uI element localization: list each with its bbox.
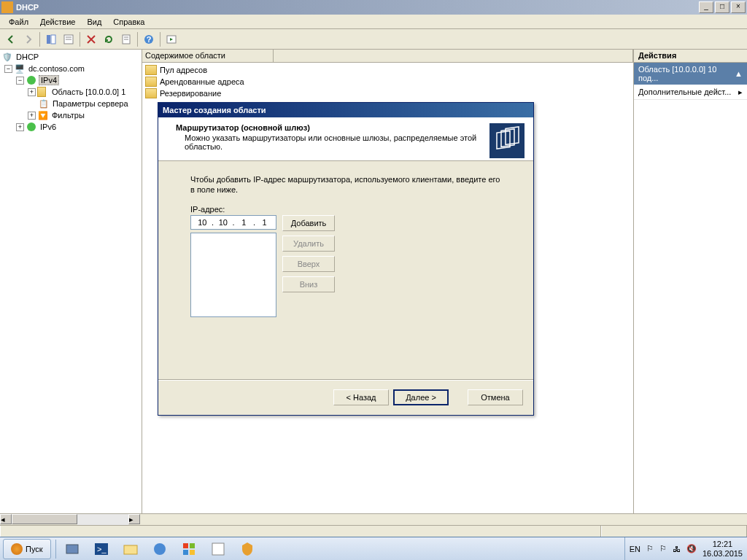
help-button[interactable]: ? bbox=[141, 31, 157, 47]
actions-more[interactable]: Дополнительные дейст... ▸ bbox=[634, 85, 747, 100]
tree-ipv4[interactable]: − IPv4 bbox=[1, 74, 140, 86]
tree-server[interactable]: − 🖥️ dc.contoso.com bbox=[1, 63, 140, 74]
tree-hscrollbar[interactable]: ◂ ▸ bbox=[0, 513, 747, 525]
tree-ipv4-label: IPv4 bbox=[39, 75, 59, 85]
ip-dot: . bbox=[212, 218, 214, 227]
svg-rect-20 bbox=[190, 543, 195, 548]
ip-dot: . bbox=[253, 218, 255, 227]
down-button[interactable]: Вниз bbox=[282, 276, 335, 292]
start-label: Пуск bbox=[26, 545, 43, 553]
taskbar: Пуск >_ EN ⚐ ⚐ 🖧 🔇 12:21 16.03.2015 bbox=[0, 537, 747, 560]
svg-rect-17 bbox=[124, 545, 137, 554]
add-button[interactable]: Добавить bbox=[282, 215, 335, 231]
list-item[interactable]: Арендованные адреса bbox=[144, 76, 632, 88]
back-button[interactable]: < Назад bbox=[333, 389, 389, 405]
list-item[interactable]: Резервирование bbox=[144, 88, 632, 99]
collapse-icon[interactable]: − bbox=[16, 77, 24, 85]
tray-icon[interactable]: ⚐ bbox=[659, 544, 667, 553]
clock-time: 12:21 bbox=[703, 540, 743, 549]
menu-action[interactable]: Действие bbox=[34, 16, 81, 28]
menu-view[interactable]: Вид bbox=[81, 16, 107, 28]
clock[interactable]: 12:21 16.03.2015 bbox=[703, 540, 743, 559]
tree-server-params[interactable]: 📋 Параметры сервера bbox=[1, 98, 140, 109]
menu-help[interactable]: Справка bbox=[107, 16, 150, 28]
expand-icon[interactable]: + bbox=[28, 112, 36, 120]
ip-address-input[interactable]: . . . bbox=[190, 215, 276, 230]
back-button[interactable] bbox=[3, 31, 19, 47]
toolbar-separator bbox=[137, 32, 138, 47]
wizard-titlebar[interactable]: Мастер создания области bbox=[158, 103, 533, 117]
folder-icon bbox=[37, 86, 49, 98]
forward-button[interactable] bbox=[20, 31, 36, 47]
toolbar-separator bbox=[80, 32, 80, 47]
wizard-header-title: Маршрутизатор (основной шлюз) bbox=[167, 123, 489, 132]
tree-scope[interactable]: + Область [10.0.0.0] 1 bbox=[1, 86, 140, 98]
list-item[interactable]: Пул адресов bbox=[144, 64, 632, 76]
network-icon[interactable]: 🖧 bbox=[673, 545, 681, 553]
start-button[interactable]: Пуск bbox=[3, 539, 51, 559]
minimize-button[interactable]: _ bbox=[699, 1, 713, 13]
tree[interactable]: 🛡️ DHCP − 🖥️ dc.contoso.com − IPv4 + Обл… bbox=[0, 50, 142, 134]
task-app[interactable] bbox=[145, 539, 174, 559]
language-indicator[interactable]: EN bbox=[630, 545, 640, 553]
next-button[interactable]: Далее > bbox=[393, 389, 449, 405]
ip-octet-1[interactable] bbox=[195, 218, 209, 227]
remove-button[interactable]: Удалить bbox=[282, 236, 335, 252]
system-tray: EN ⚐ ⚐ 🖧 🔇 12:21 16.03.2015 bbox=[624, 537, 747, 560]
task-dhcp[interactable] bbox=[233, 539, 262, 559]
tree-ipv6-label: IPv6 bbox=[39, 122, 58, 131]
delete-button[interactable] bbox=[83, 31, 99, 47]
task-server-manager[interactable] bbox=[58, 539, 87, 559]
export-button[interactable] bbox=[118, 31, 134, 47]
start-orb-icon bbox=[11, 543, 23, 555]
ip-list[interactable] bbox=[190, 233, 276, 317]
tree-root[interactable]: 🛡️ DHCP bbox=[1, 51, 140, 63]
up-button[interactable]: Вверх bbox=[282, 256, 335, 272]
scroll-left-button[interactable]: ◂ bbox=[0, 514, 12, 524]
ip-column: . . . bbox=[190, 215, 276, 317]
content-list[interactable]: Пул адресов Арендованные адреса Резервир… bbox=[142, 63, 633, 101]
list-item-label: Арендованные адреса bbox=[160, 77, 244, 86]
actions-scope[interactable]: Область [10.0.0.0] 10 под... ▲ bbox=[634, 63, 747, 85]
svg-text:?: ? bbox=[147, 35, 152, 44]
ip-octet-3[interactable] bbox=[236, 218, 251, 227]
cancel-button[interactable]: Отмена bbox=[468, 389, 523, 405]
volume-icon[interactable]: 🔇 bbox=[686, 544, 697, 553]
actions-scope-label: Область [10.0.0.0] 10 под... bbox=[638, 65, 735, 82]
svg-rect-19 bbox=[183, 543, 188, 548]
wizard-instruction: Чтобы добавить IP-адрес маршрутизатора, … bbox=[190, 174, 501, 195]
actions-header: Действия bbox=[634, 50, 747, 63]
expand-icon[interactable]: + bbox=[16, 123, 24, 131]
scroll-thumb[interactable] bbox=[12, 514, 77, 524]
task-powershell[interactable]: >_ bbox=[87, 539, 116, 559]
ip-octet-4[interactable] bbox=[258, 218, 272, 227]
expand-icon[interactable]: + bbox=[28, 88, 36, 96]
content-header-label[interactable]: Содержимое области bbox=[142, 50, 274, 62]
menu-file[interactable]: Файл bbox=[3, 16, 34, 28]
scroll-right-button[interactable]: ▸ bbox=[128, 514, 140, 524]
taskbar-separator bbox=[55, 540, 56, 559]
properties-button[interactable] bbox=[61, 31, 77, 47]
tree-ipv6[interactable]: + IPv6 bbox=[1, 121, 140, 133]
folder-icon bbox=[145, 77, 157, 87]
ip-octet-2[interactable] bbox=[216, 218, 231, 227]
tree-filters[interactable]: + 🔽 Фильтры bbox=[1, 109, 140, 121]
folder-icon bbox=[145, 65, 157, 75]
svg-rect-21 bbox=[183, 550, 188, 555]
tray-icon[interactable]: ⚐ bbox=[646, 544, 654, 553]
task-app[interactable] bbox=[204, 539, 233, 559]
svg-point-18 bbox=[154, 543, 166, 555]
wizard-button-column: Добавить Удалить Вверх Вниз bbox=[282, 215, 335, 292]
folder-icon bbox=[145, 88, 157, 98]
refresh-button[interactable] bbox=[101, 31, 117, 47]
task-explorer[interactable] bbox=[116, 539, 145, 559]
svg-point-9 bbox=[27, 76, 36, 85]
close-button[interactable]: × bbox=[731, 1, 746, 13]
task-app[interactable] bbox=[174, 539, 204, 559]
show-hide-button[interactable] bbox=[43, 31, 59, 47]
menubar: Файл Действие Вид Справка bbox=[0, 15, 747, 29]
wizard-footer: < Назад Далее > Отмена bbox=[158, 380, 533, 413]
maximize-button[interactable]: □ bbox=[715, 1, 729, 13]
action-button[interactable] bbox=[163, 31, 179, 47]
collapse-icon[interactable]: − bbox=[4, 65, 12, 73]
